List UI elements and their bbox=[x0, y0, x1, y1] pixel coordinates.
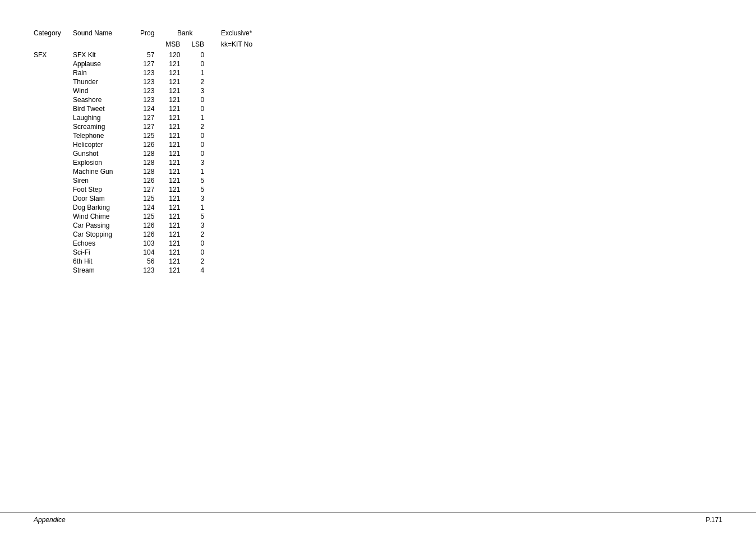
table-row: Seashore1231210 bbox=[34, 95, 266, 104]
cell-lsb: 2 bbox=[191, 122, 215, 131]
cell-prog: 128 bbox=[140, 149, 165, 158]
cell-exclusive bbox=[215, 185, 266, 194]
cell-prog: 124 bbox=[140, 203, 165, 212]
cell-sound: Bird Tweet bbox=[73, 104, 140, 113]
cell-exclusive bbox=[215, 59, 266, 68]
cell-msb: 121 bbox=[165, 266, 191, 275]
footer-page-number: P.171 bbox=[706, 516, 722, 524]
cell-prog: 126 bbox=[140, 140, 165, 149]
cell-prog: 57 bbox=[140, 50, 165, 59]
sfx-table: Category Sound Name Prog Bank Exclusive*… bbox=[34, 28, 266, 275]
cell-prog: 126 bbox=[140, 176, 165, 185]
cell-exclusive bbox=[215, 86, 266, 95]
cell-sound: Rain bbox=[73, 68, 140, 77]
cell-msb: 121 bbox=[165, 230, 191, 239]
cell-prog: 127 bbox=[140, 185, 165, 194]
cell-lsb: 0 bbox=[191, 104, 215, 113]
cell-category bbox=[34, 167, 73, 176]
cell-lsb: 2 bbox=[191, 230, 215, 239]
cell-prog: 124 bbox=[140, 104, 165, 113]
col-header-prog: Prog bbox=[140, 28, 165, 39]
cell-exclusive bbox=[215, 221, 266, 230]
col-header-msb: MSB bbox=[165, 39, 191, 50]
cell-sound: Wind bbox=[73, 86, 140, 95]
cell-category bbox=[34, 266, 73, 275]
cell-lsb: 0 bbox=[191, 59, 215, 68]
cell-msb: 121 bbox=[165, 140, 191, 149]
table-row: Gunshot1281210 bbox=[34, 149, 266, 158]
cell-prog: 125 bbox=[140, 131, 165, 140]
cell-msb: 121 bbox=[165, 239, 191, 248]
cell-category bbox=[34, 239, 73, 248]
cell-prog: 128 bbox=[140, 167, 165, 176]
table-row: Applause1271210 bbox=[34, 59, 266, 68]
cell-sound: Seashore bbox=[73, 95, 140, 104]
cell-msb: 121 bbox=[165, 221, 191, 230]
cell-lsb: 2 bbox=[191, 77, 215, 86]
cell-sound: Gunshot bbox=[73, 149, 140, 158]
cell-lsb: 0 bbox=[191, 50, 215, 59]
cell-exclusive bbox=[215, 248, 266, 257]
cell-msb: 121 bbox=[165, 86, 191, 95]
table-row: Dog Barking1241211 bbox=[34, 203, 266, 212]
cell-category bbox=[34, 230, 73, 239]
cell-prog: 56 bbox=[140, 257, 165, 266]
cell-exclusive bbox=[215, 239, 266, 248]
cell-lsb: 3 bbox=[191, 158, 215, 167]
cell-lsb: 2 bbox=[191, 257, 215, 266]
cell-prog: 126 bbox=[140, 221, 165, 230]
table-row: Telephone1251210 bbox=[34, 131, 266, 140]
cell-sound: Applause bbox=[73, 59, 140, 68]
cell-exclusive bbox=[215, 203, 266, 212]
cell-category bbox=[34, 158, 73, 167]
cell-category bbox=[34, 221, 73, 230]
cell-category bbox=[34, 77, 73, 86]
cell-lsb: 4 bbox=[191, 266, 215, 275]
cell-prog: 128 bbox=[140, 158, 165, 167]
cell-exclusive bbox=[215, 257, 266, 266]
cell-category: SFX bbox=[34, 50, 73, 59]
table-row: Rain1231211 bbox=[34, 68, 266, 77]
cell-msb: 121 bbox=[165, 131, 191, 140]
cell-msb: 121 bbox=[165, 113, 191, 122]
cell-category bbox=[34, 113, 73, 122]
cell-exclusive bbox=[215, 68, 266, 77]
table-row: Screaming1271212 bbox=[34, 122, 266, 131]
col-header-exclusive: Exclusive* bbox=[215, 28, 266, 39]
cell-sound: Sci-Fi bbox=[73, 248, 140, 257]
cell-prog: 125 bbox=[140, 194, 165, 203]
cell-sound: Laughing bbox=[73, 113, 140, 122]
cell-prog: 126 bbox=[140, 230, 165, 239]
table-row: SFXSFX Kit571200 bbox=[34, 50, 266, 59]
cell-msb: 121 bbox=[165, 185, 191, 194]
page-content: Category Sound Name Prog Bank Exclusive*… bbox=[0, 0, 756, 297]
cell-prog: 123 bbox=[140, 86, 165, 95]
cell-msb: 121 bbox=[165, 68, 191, 77]
table-row: Machine Gun1281211 bbox=[34, 167, 266, 176]
cell-msb: 121 bbox=[165, 257, 191, 266]
table-row: Explosion1281213 bbox=[34, 158, 266, 167]
cell-exclusive bbox=[215, 149, 266, 158]
cell-sound: Stream bbox=[73, 266, 140, 275]
cell-lsb: 1 bbox=[191, 203, 215, 212]
cell-msb: 121 bbox=[165, 248, 191, 257]
table-row: Helicopter1261210 bbox=[34, 140, 266, 149]
cell-msb: 121 bbox=[165, 212, 191, 221]
cell-exclusive bbox=[215, 131, 266, 140]
cell-lsb: 1 bbox=[191, 68, 215, 77]
cell-msb: 121 bbox=[165, 158, 191, 167]
cell-sound: Car Passing bbox=[73, 221, 140, 230]
cell-lsb: 1 bbox=[191, 167, 215, 176]
cell-prog: 127 bbox=[140, 59, 165, 68]
table-row: Wind Chime1251215 bbox=[34, 212, 266, 221]
cell-msb: 121 bbox=[165, 176, 191, 185]
cell-exclusive bbox=[215, 122, 266, 131]
cell-lsb: 5 bbox=[191, 185, 215, 194]
cell-prog: 123 bbox=[140, 266, 165, 275]
cell-lsb: 3 bbox=[191, 221, 215, 230]
cell-msb: 121 bbox=[165, 77, 191, 86]
table-row: Stream1231214 bbox=[34, 266, 266, 275]
cell-prog: 123 bbox=[140, 77, 165, 86]
cell-exclusive bbox=[215, 113, 266, 122]
cell-category bbox=[34, 104, 73, 113]
